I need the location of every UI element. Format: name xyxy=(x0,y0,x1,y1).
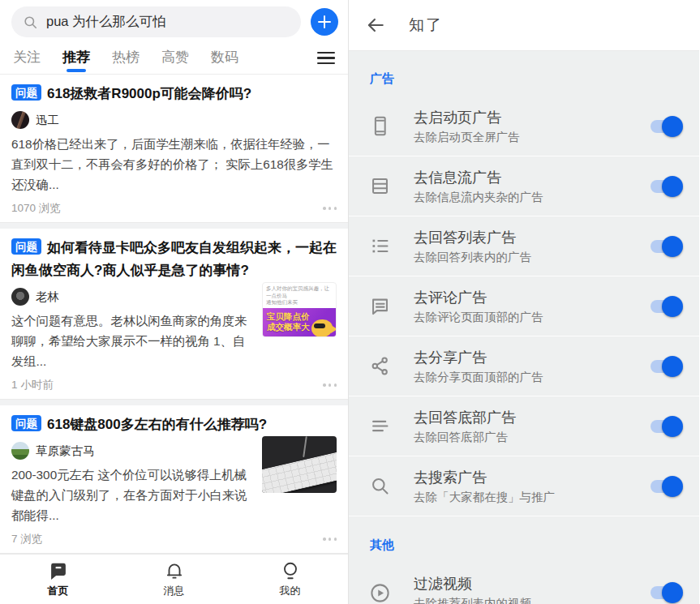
author-row[interactable]: 老林 xyxy=(11,288,254,306)
setting-row-feed-ads[interactable]: 去信息流广告 去除信息流内夹杂的广告 xyxy=(349,156,699,216)
nav-home[interactable]: 首页 xyxy=(0,555,116,604)
active-tab-underline xyxy=(67,69,86,72)
setting-title: 去分享广告 xyxy=(414,349,642,366)
add-button[interactable] xyxy=(311,8,338,36)
toggle-switch-on[interactable] xyxy=(651,298,681,314)
page-title: 知了 xyxy=(409,15,443,36)
toggle-switch-on[interactable] xyxy=(651,478,681,494)
toggle-switch-on[interactable] xyxy=(651,585,681,601)
setting-title: 去回答列表广告 xyxy=(414,229,642,246)
card-excerpt: 618价格已经出来了，后面学生潮来临，依据往年经验，一直到双十二，不再会有多好的… xyxy=(11,134,337,195)
setting-title: 去信息流广告 xyxy=(414,169,642,186)
nav-label: 消息 xyxy=(164,584,185,598)
section-header-ads: 广告 xyxy=(349,50,699,96)
section-header-other: 其他 xyxy=(349,516,699,563)
view-count: 7 浏览 xyxy=(11,532,42,546)
play-circle-icon xyxy=(369,582,391,604)
feed-card[interactable]: 问题如何看待显卡吧众多吧友自发组织起来，一起在闲鱼做空商人?商人似乎是急了的事情… xyxy=(0,229,348,399)
card-divider xyxy=(0,222,348,229)
question-badge: 问题 xyxy=(11,415,41,431)
setting-row-search-ads[interactable]: 去搜索广告 去除「大家都在搜」与推广 xyxy=(349,456,699,516)
bell-icon xyxy=(164,560,185,581)
avatar xyxy=(11,288,29,306)
search-row: pua 为什么那么可怕 xyxy=(0,0,348,42)
setting-subtitle: 去除评论页面顶部的广告 xyxy=(414,310,642,324)
card-title: 问题618拯救者R9000p可能会降价吗? xyxy=(11,83,337,105)
card-footer: 1070 浏览 xyxy=(11,201,337,216)
card-excerpt: 这个问题有意思。老林以闲鱼商家的角度来聊聊，希望给大家展示不一样的视角 1、自发… xyxy=(11,311,254,371)
setting-row-splash-ads[interactable]: 去启动页广告 去除启动页全屏广告 xyxy=(349,96,699,156)
screen: pua 为什么那么可怕 关注 推荐 热榜 高赞 数码 问题618拯救者R9000… xyxy=(0,0,700,604)
toggle-switch-on[interactable] xyxy=(651,418,681,434)
tab-follow[interactable]: 关注 xyxy=(13,42,41,75)
setting-row-answer-list-ads[interactable]: 去回答列表广告 去除回答列表内的广告 xyxy=(349,216,699,276)
setting-title: 去搜索广告 xyxy=(414,469,642,486)
setting-row-share-ads[interactable]: 去分享广告 去除分享页面顶部的广告 xyxy=(349,336,699,396)
feed-card[interactable]: 问题618拯救者R9000p可能会降价吗? 迅工 618价格已经出来了，后面学生… xyxy=(0,75,348,222)
settings-list: 广告 去启动页广告 去除启动页全屏广告 去信息流广告 去除 xyxy=(349,50,699,604)
avatar xyxy=(11,442,29,460)
setting-subtitle: 去除回答列表内的广告 xyxy=(414,250,642,264)
nav-label: 首页 xyxy=(48,584,69,598)
author-name: 草原蒙古马 xyxy=(36,443,95,459)
feed-list: 问题618拯救者R9000p可能会降价吗? 迅工 618价格已经出来了，后面学生… xyxy=(0,75,348,554)
search-icon xyxy=(369,475,391,497)
feed-icon xyxy=(369,175,391,197)
setting-subtitle: 去除启动页全屏广告 xyxy=(414,130,642,144)
nav-messages[interactable]: 消息 xyxy=(116,555,232,604)
setting-subtitle: 去除信息流内夹杂的广告 xyxy=(414,190,642,204)
card-footer: 7 浏览 xyxy=(11,532,337,546)
setting-title: 去回答底部广告 xyxy=(414,409,642,426)
author-row[interactable]: 草原蒙古马 xyxy=(11,442,254,460)
nav-profile[interactable]: 我的 xyxy=(232,555,348,604)
align-lines-icon xyxy=(369,415,391,437)
tab-digital[interactable]: 数码 xyxy=(211,42,238,75)
smartphone-icon xyxy=(369,115,391,137)
bullet-list-icon xyxy=(369,235,391,257)
author-row[interactable]: 迅工 xyxy=(11,111,337,129)
comment-icon xyxy=(369,295,391,317)
card-thumbnail-keyboard[interactable] xyxy=(262,436,337,493)
bottom-navigation: 首页 消息 我的 xyxy=(0,554,348,604)
timestamp: 1 小时前 xyxy=(11,378,54,392)
more-options-icon[interactable] xyxy=(323,207,337,209)
more-options-icon[interactable] xyxy=(323,538,337,540)
more-options-icon[interactable] xyxy=(323,383,337,386)
setting-subtitle: 去除推荐列表内的视频 xyxy=(414,596,642,604)
card-title: 问题如何看待显卡吧众多吧友自发组织起来，一起在闲鱼做空商人?商人似乎是急了的事情… xyxy=(11,237,337,282)
view-count: 1070 浏览 xyxy=(11,201,61,216)
tab-upvoted[interactable]: 高赞 xyxy=(161,42,189,75)
tab-recommend[interactable]: 推荐 xyxy=(62,42,90,75)
search-icon xyxy=(23,15,38,30)
setting-subtitle: 去除「大家都在搜」与推广 xyxy=(414,490,642,504)
author-name: 老林 xyxy=(36,289,59,305)
setting-subtitle: 去除分享页面顶部的广告 xyxy=(414,370,642,384)
card-footer: 1 小时前 xyxy=(11,378,337,392)
question-badge: 问题 xyxy=(11,84,41,101)
feed-card[interactable]: 问题618键盘800多左右的有什么推荐吗? 草原蒙古马 200-300元左右 这… xyxy=(0,405,348,553)
author-name: 迅工 xyxy=(36,113,59,128)
setting-row-answer-bottom-ads[interactable]: 去回答底部广告 去除回答底部广告 xyxy=(349,396,699,456)
toggle-switch-on[interactable] xyxy=(651,238,681,254)
setting-title: 过滤视频 xyxy=(414,575,642,593)
zhihu-feed-app: pua 为什么那么可怕 关注 推荐 热榜 高赞 数码 问题618拯救者R9000… xyxy=(0,0,349,604)
hamburger-menu-icon[interactable] xyxy=(317,50,335,66)
feed-tabs: 关注 推荐 热榜 高赞 数码 xyxy=(0,42,348,75)
toggle-switch-on[interactable] xyxy=(651,178,681,194)
home-bubble-icon xyxy=(48,560,69,581)
back-arrow-icon[interactable] xyxy=(365,15,386,36)
question-badge: 问题 xyxy=(11,238,41,255)
fish-illustration xyxy=(311,319,333,337)
keyboard-image xyxy=(262,451,337,493)
zhiliao-settings-app: 知了 广告 去启动页广告 去除启动页全屏广告 xyxy=(349,0,699,604)
toggle-switch-on[interactable] xyxy=(651,358,681,374)
tab-hot[interactable]: 热榜 xyxy=(112,42,140,75)
search-input[interactable]: pua 为什么那么可怕 xyxy=(11,6,301,37)
setting-row-filter-videos[interactable]: 过滤视频 去除推荐列表内的视频 xyxy=(349,563,699,604)
avatar xyxy=(11,111,29,129)
toggle-switch-on[interactable] xyxy=(651,118,681,134)
setting-row-comment-ads[interactable]: 去评论广告 去除评论页面顶部的广告 xyxy=(349,276,699,336)
setting-subtitle: 去除回答底部广告 xyxy=(414,430,642,444)
nav-label: 我的 xyxy=(280,584,301,598)
card-thumbnail-ad[interactable]: 多人对你的宝贝感兴趣，让一点价马通知他们来买 宝贝降点价 成交概率大 xyxy=(262,282,337,337)
